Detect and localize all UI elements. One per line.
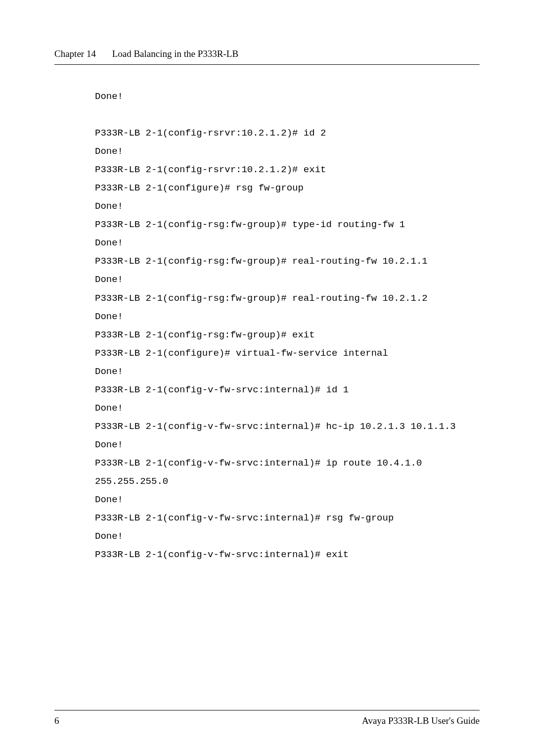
page-number: 6 xyxy=(54,715,59,726)
header-rule xyxy=(54,64,480,65)
chapter-title: Load Balancing in the P333R-LB xyxy=(112,48,238,59)
chapter-number: Chapter 14 xyxy=(54,48,96,59)
doc-title: Avaya P333R-LB User's Guide xyxy=(362,715,480,726)
page-header: Chapter 14 Load Balancing in the P333R-L… xyxy=(54,48,480,59)
code-block: Done! P333R-LB 2-1(config-rsrvr:10.2.1.2… xyxy=(95,88,480,564)
page-footer: 6 Avaya P333R-LB User's Guide xyxy=(54,710,480,726)
footer-rule xyxy=(54,710,480,710)
footer-row: 6 Avaya P333R-LB User's Guide xyxy=(54,715,480,726)
page: Chapter 14 Load Balancing in the P333R-L… xyxy=(0,0,534,756)
